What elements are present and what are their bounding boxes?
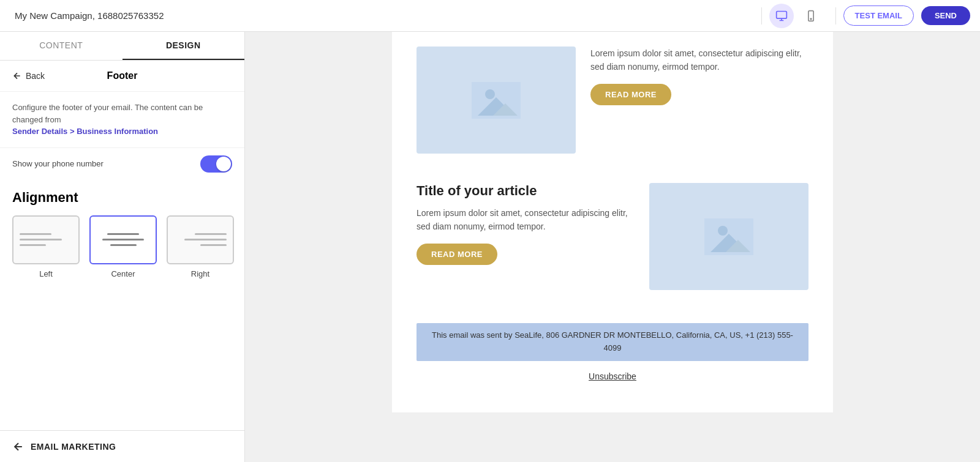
phone-toggle[interactable] bbox=[200, 155, 232, 173]
alignment-section: Alignment Left bbox=[0, 180, 244, 288]
view-toggle-group bbox=[769, 4, 823, 28]
align-line bbox=[184, 239, 227, 240]
test-email-button[interactable]: TEST EMAIL bbox=[843, 6, 914, 26]
align-option-left[interactable]: Left bbox=[12, 215, 80, 278]
footer-email-text-wrapper: This email was sent by SeaLife, 806 GARD… bbox=[417, 323, 809, 361]
align-line bbox=[107, 233, 139, 235]
unsubscribe-link[interactable]: Unsubscribe bbox=[589, 371, 636, 381]
align-label-center: Center bbox=[111, 269, 135, 278]
read-more-button-1[interactable]: READ MORE bbox=[590, 84, 671, 105]
align-box-center bbox=[89, 215, 157, 264]
email-preview: Lorem ipsum dolor sit amet, consectetur … bbox=[392, 32, 833, 412]
left-panel: CONTENT DESIGN Back Footer Configure the… bbox=[0, 32, 245, 462]
align-line bbox=[195, 233, 227, 235]
article-text-1: Lorem ipsum dolor sit amet, consectetur … bbox=[590, 47, 809, 105]
article-row-2: Title of your article Lorem ipsum dolor … bbox=[392, 168, 833, 305]
business-info-link[interactable]: Sender Details > Business Information bbox=[12, 127, 158, 136]
panel-description: Configure the footer of your email. The … bbox=[0, 92, 244, 147]
main-layout: CONTENT DESIGN Back Footer Configure the… bbox=[0, 32, 980, 462]
align-box-right bbox=[167, 215, 234, 264]
topbar-divider bbox=[761, 7, 762, 24]
email-footer: This email was sent by SeaLife, 806 GARD… bbox=[392, 305, 833, 388]
align-line bbox=[102, 239, 145, 240]
align-option-right[interactable]: Right bbox=[167, 215, 234, 278]
bottom-bar-label: EMAIL MARKETING bbox=[31, 442, 116, 452]
svg-point-2 bbox=[810, 18, 812, 20]
alignment-title: Alignment bbox=[12, 190, 232, 206]
svg-rect-0 bbox=[776, 11, 786, 18]
footer-email-text: This email was sent by SeaLife, 806 GARD… bbox=[417, 323, 809, 361]
svg-point-4 bbox=[485, 89, 495, 99]
align-line bbox=[20, 233, 51, 235]
topbar-divider2 bbox=[835, 7, 836, 24]
back-label: Back bbox=[26, 71, 45, 81]
back-button[interactable]: Back bbox=[12, 71, 45, 81]
align-line bbox=[200, 244, 227, 246]
article-title-2: Title of your article bbox=[417, 183, 635, 199]
tab-bar: CONTENT DESIGN bbox=[0, 32, 244, 61]
email-preview-panel: Lorem ipsum dolor sit amet, consectetur … bbox=[245, 32, 980, 462]
align-label-left: Left bbox=[39, 269, 53, 278]
align-option-center[interactable]: Center bbox=[89, 215, 157, 278]
toggle-knob bbox=[216, 157, 231, 171]
mobile-view-button[interactable] bbox=[799, 4, 823, 28]
phone-toggle-row: Show your phone number bbox=[0, 147, 244, 180]
article-image-1 bbox=[417, 47, 576, 154]
svg-point-8 bbox=[718, 226, 728, 236]
article-body-2: Lorem ipsum dolor sit amet, consectetur … bbox=[417, 206, 635, 234]
alignment-options: Left Center bbox=[12, 215, 232, 278]
align-label-right: Right bbox=[191, 269, 209, 278]
align-line bbox=[20, 244, 46, 246]
topbar: My New Campaign, 1688025763352 TEST EMAI… bbox=[0, 0, 980, 32]
bottom-bar: EMAIL MARKETING bbox=[0, 430, 244, 462]
panel-content: Back Footer Configure the footer of your… bbox=[0, 61, 244, 430]
article-body-1: Lorem ipsum dolor sit amet, consectetur … bbox=[590, 47, 809, 74]
back-arrow-icon bbox=[12, 441, 24, 453]
align-line bbox=[20, 239, 62, 240]
panel-header: Back Footer bbox=[0, 61, 244, 92]
align-box-left bbox=[12, 215, 80, 264]
toggle-label: Show your phone number bbox=[12, 159, 104, 168]
desktop-view-button[interactable] bbox=[769, 4, 794, 28]
unsubscribe-row: Unsubscribe bbox=[417, 371, 809, 382]
panel-section-title: Footer bbox=[107, 70, 138, 81]
campaign-title: My New Campaign, 1688025763352 bbox=[10, 10, 754, 21]
article-text-2: Title of your article Lorem ipsum dolor … bbox=[417, 183, 635, 265]
send-button[interactable]: SEND bbox=[921, 6, 970, 25]
align-line bbox=[110, 244, 137, 246]
tab-design[interactable]: DESIGN bbox=[123, 32, 245, 60]
article-row-1: Lorem ipsum dolor sit amet, consectetur … bbox=[392, 32, 833, 168]
tab-content[interactable]: CONTENT bbox=[0, 32, 123, 60]
article-image-2 bbox=[649, 183, 809, 290]
read-more-button-2[interactable]: READ MORE bbox=[417, 244, 497, 265]
